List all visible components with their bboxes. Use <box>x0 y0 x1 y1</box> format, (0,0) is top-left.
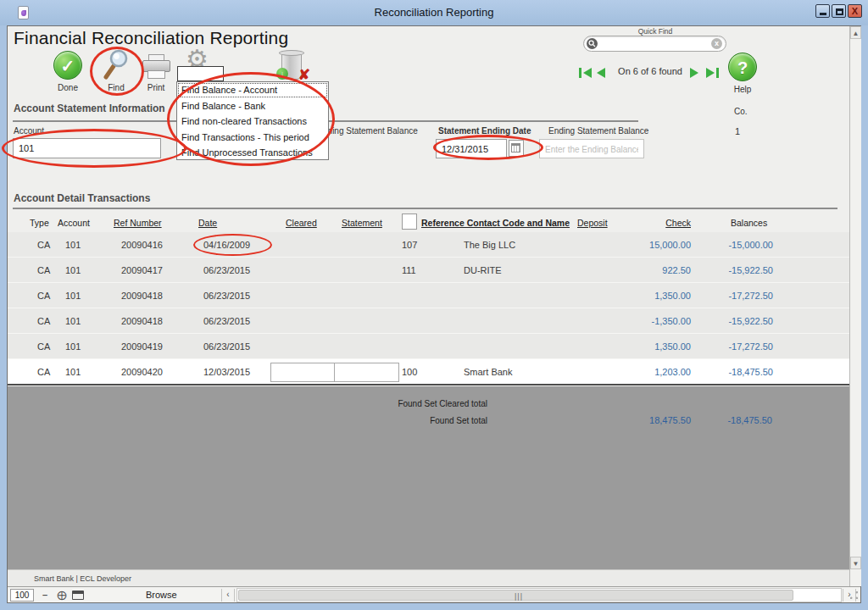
layout-toggle-icon[interactable] <box>72 591 84 600</box>
print-button[interactable] <box>142 54 170 80</box>
cell-type: CA <box>37 258 63 283</box>
table-row-active[interactable]: CA 101 20090420 12/03/2015 100 Smart Ban… <box>8 359 849 385</box>
status-bar: 100 – ⨁ Browse ‹ ||| › <box>8 586 860 602</box>
found-set-cleared-label: Found Set Cleared total <box>356 399 487 408</box>
shield-badge-icon: ↓ <box>276 68 288 80</box>
last-record-button[interactable] <box>706 68 719 78</box>
statement-input[interactable] <box>334 363 399 382</box>
clear-search-icon[interactable]: x <box>711 38 722 49</box>
footer-strip: Smart Bank | ECL Developer <box>8 569 849 586</box>
first-record-button[interactable] <box>579 68 592 78</box>
cell-type: CA <box>37 232 63 258</box>
cell-balance: -18,475.50 <box>685 359 773 385</box>
cell-check: 1,350.00 <box>604 283 691 308</box>
cell-contact-code: 100 <box>402 359 436 385</box>
table-row[interactable]: CA 101 20090419 06/23/2015 1,350.00 -17,… <box>8 334 849 359</box>
title-bar[interactable]: Reconciliation Reporting X <box>0 0 868 25</box>
delete-button[interactable]: ↓ ✘ <box>276 49 309 85</box>
done-button[interactable]: ✓ <box>53 51 82 80</box>
zoom-in-button[interactable]: ⨁ <box>55 589 69 602</box>
cell-ref: 20090420 <box>121 359 181 385</box>
table-row[interactable]: CA 101 20090418 06/23/2015 -1,350.00 -15… <box>8 308 849 334</box>
cell-contact-name: The Big LLC <box>464 232 608 258</box>
col-header-date[interactable]: Date <box>198 218 217 228</box>
ending-date-input[interactable] <box>436 139 507 158</box>
cell-account: 101 <box>65 232 99 258</box>
horizontal-scrollbar[interactable]: ||| <box>236 588 842 602</box>
maximize-icon <box>836 8 843 15</box>
menu-item-find-this-period[interactable]: Find Transactions - This period <box>177 130 328 146</box>
cell-date: 06/23/2015 <box>203 308 271 334</box>
cell-check: 1,203.00 <box>604 359 691 385</box>
cell-date: 12/03/2015 <box>203 359 271 385</box>
col-header-statement[interactable]: Statement <box>342 218 382 228</box>
scrollbar-thumb[interactable]: ||| <box>238 590 793 601</box>
minimize-button[interactable] <box>815 4 830 18</box>
menu-item-find-balance-bank[interactable]: Find Balance - Bank <box>177 98 328 114</box>
col-header-account: Account <box>58 218 90 228</box>
scroll-left-icon[interactable]: ‹ <box>221 589 235 602</box>
header-checkbox[interactable] <box>402 214 417 230</box>
cell-balance: -17,272.50 <box>685 283 773 308</box>
previous-record-icon <box>597 68 605 78</box>
zoom-level-field[interactable]: 100 <box>10 589 34 602</box>
transactions-section-title: Account Detail Transactions <box>14 192 150 204</box>
col-header-deposit[interactable]: Deposit <box>577 218 608 228</box>
ending-date-label: Statement Ending Date <box>438 126 531 136</box>
ending-balance-input[interactable] <box>539 139 644 158</box>
menu-item-find-balance-account[interactable]: Find Balance - Account <box>177 82 328 98</box>
cell-ref: 20090416 <box>121 232 181 258</box>
scroll-down-icon[interactable]: ▼ <box>850 557 861 569</box>
maximize-button[interactable] <box>832 4 846 18</box>
footer-status-text: Smart Bank | ECL Developer <box>34 570 131 587</box>
cell-balance: -15,922.50 <box>685 258 773 283</box>
ending-balance-label: Ending Statement Balance <box>548 126 648 136</box>
help-button-label: Help <box>726 85 759 94</box>
cell-contact-code: 107 <box>402 232 436 258</box>
cell-type: CA <box>37 334 63 359</box>
account-input[interactable] <box>13 138 161 158</box>
col-header-cleared[interactable]: Cleared <box>286 218 317 228</box>
search-icon[interactable] <box>587 38 598 49</box>
zoom-out-button[interactable]: – <box>38 589 52 602</box>
minimize-icon <box>820 13 826 15</box>
company-value: 1 <box>735 126 740 136</box>
help-button[interactable]: ? <box>728 53 757 81</box>
calendar-button[interactable] <box>509 140 524 157</box>
cell-date: 06/23/2015 <box>203 283 271 308</box>
table-row[interactable]: CA 101 20090416 04/16/2009 107 The Big L… <box>8 232 849 258</box>
account-label: Account <box>14 126 44 136</box>
check-icon: ✓ <box>54 52 81 80</box>
cell-type: CA <box>37 283 63 308</box>
vertical-scrollbar[interactable]: ▲ ▼ <box>849 26 861 586</box>
cell-type: CA <box>37 359 63 385</box>
find-button[interactable] <box>101 49 131 81</box>
summary-area: Found Set Cleared total Found Set total … <box>8 386 849 569</box>
scroll-up-icon[interactable]: ▲ <box>850 26 861 39</box>
close-button[interactable]: X <box>848 4 862 18</box>
cell-contact-code: 111 <box>402 258 436 283</box>
calendar-icon <box>511 143 520 152</box>
col-header-check[interactable]: Check <box>653 218 691 228</box>
last-record-icon <box>706 68 715 78</box>
cleared-input[interactable] <box>270 363 335 382</box>
resize-grip-icon[interactable] <box>849 591 859 600</box>
company-label: Co. <box>734 107 748 116</box>
cell-account: 101 <box>65 283 99 308</box>
menu-item-find-unprocessed[interactable]: Find Unprocessed Transactions <box>177 145 328 161</box>
col-header-reference[interactable]: Reference Contact Code and Name <box>421 218 570 228</box>
quick-find-input[interactable]: x <box>583 36 726 52</box>
first-record-icon <box>579 68 581 78</box>
find-actions-dropdown-button[interactable] <box>177 66 224 81</box>
app-window: Reconciliation Reporting X Financial Rec… <box>0 0 868 610</box>
previous-record-button[interactable] <box>597 68 605 78</box>
cell-ref: 20090418 <box>121 308 181 334</box>
cell-date: 04/16/2009 <box>203 232 271 258</box>
next-record-icon <box>690 68 698 78</box>
table-row[interactable]: CA 101 20090418 06/23/2015 1,350.00 -17,… <box>8 283 849 308</box>
mode-selector[interactable]: Browse <box>146 590 177 600</box>
menu-item-find-noncleared[interactable]: Find non-cleared Transactions <box>177 114 328 130</box>
next-record-button[interactable] <box>690 68 698 78</box>
col-header-ref[interactable]: Ref Number <box>114 218 162 228</box>
table-row[interactable]: CA 101 20090417 06/23/2015 111 DU-RITE 9… <box>8 258 849 283</box>
